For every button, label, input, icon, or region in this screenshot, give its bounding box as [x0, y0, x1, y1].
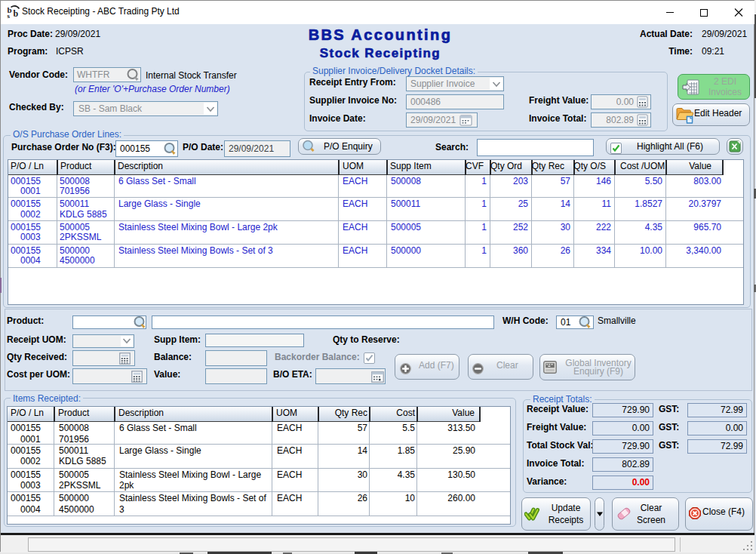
svg-text:b: b [14, 8, 19, 19]
svg-text:s: s [8, 12, 11, 20]
